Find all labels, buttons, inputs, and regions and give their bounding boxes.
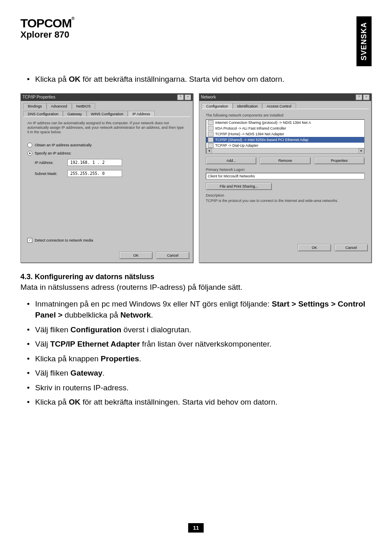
cancel-button[interactable]: Cancel: [156, 252, 189, 259]
instruction-item: Skriv in routerns IP-adress.: [35, 382, 372, 394]
subnet-mask-row: Subnet Mask: 255.255.255. 0: [35, 170, 186, 177]
radio-obtain-auto[interactable]: Obtain an IP address automatically: [27, 143, 186, 148]
tab-bindings[interactable]: Bindings: [23, 103, 47, 109]
subnet-mask-label: Subnet Mask:: [35, 172, 63, 176]
tab-panel: The following network components are ins…: [202, 109, 369, 239]
titlebar: Network ? ×: [199, 94, 371, 101]
tab-netbios[interactable]: NetBIOS: [72, 103, 96, 109]
tab-access-control[interactable]: Access Control: [262, 103, 296, 109]
window-title: TCP/IP Properties: [22, 95, 55, 99]
instruction-item: Klicka på knappen Properties.: [35, 353, 372, 365]
ip-address-label: IP Address:: [35, 161, 63, 165]
titlebar: TCP/IP Properties ? ×: [21, 94, 193, 101]
page-header: TOPCOM® Xplorer 870 SVENSKA: [20, 16, 372, 66]
tab-gateway[interactable]: Gateway: [63, 111, 87, 117]
top-instruction-list: Klicka på OK för att bekräfta inställnin…: [20, 74, 372, 85]
tab-wins-config[interactable]: WINS Configuration: [87, 111, 128, 117]
primary-logon-select[interactable]: Client for Microsoft Networks: [206, 173, 365, 179]
radio-specify-ip[interactable]: Specify an IP address:: [27, 151, 186, 156]
radio-icon: [27, 143, 32, 148]
detect-media-checkbox[interactable]: ✓ Detect connection to network media: [27, 238, 186, 243]
list-item[interactable]: TCP/IP -> Dial-Up Adapter: [206, 143, 364, 148]
ok-button[interactable]: OK: [119, 252, 153, 259]
panel-description: An IP address can be automatically assig…: [27, 121, 186, 135]
screenshots-row: TCP/IP Properties ? × Bindings Advanced …: [20, 93, 372, 263]
instruction-item: Välj fliken Configuration överst i dialo…: [35, 324, 372, 336]
tab-dns-config[interactable]: DNS Configuration: [23, 111, 63, 117]
protocol-icon: [208, 132, 214, 137]
tabs-row-2: DNS Configuration Gateway WINS Configura…: [21, 109, 193, 116]
components-label: The following network components are ins…: [206, 113, 365, 118]
components-listbox[interactable]: Internet Connection Sharing (protocol) -…: [206, 119, 365, 154]
ip-address-input[interactable]: 192.168. 1 . 2: [67, 159, 122, 166]
tab-configuration[interactable]: Configuration: [202, 103, 233, 109]
ok-button[interactable]: OK: [298, 244, 331, 251]
main-instruction-list: Inmatningen på en pc med Windows 9x elle…: [20, 298, 372, 408]
tabs-row-1: Bindings Advanced NetBIOS: [21, 101, 193, 109]
add-button[interactable]: Add...: [206, 157, 256, 164]
product-name: Xplorer 870: [20, 29, 74, 40]
properties-button[interactable]: Properties: [314, 157, 365, 164]
protocol-icon: [208, 126, 214, 131]
brand-logo: TOPCOM®: [20, 16, 74, 30]
close-icon[interactable]: ×: [363, 94, 370, 100]
list-item[interactable]: TCP/IP (Home) -> NDIS 1394 Net Adapter: [206, 131, 364, 137]
description-text: TCP/IP is the protocol you use to connec…: [206, 199, 365, 203]
scroll-right-icon[interactable]: ▸: [359, 148, 364, 154]
tab-ip-address[interactable]: IP Address: [128, 111, 154, 117]
close-icon[interactable]: ×: [185, 94, 191, 100]
protocol-icon: [208, 143, 214, 148]
list-item[interactable]: Internet Connection Sharing (protocol) -…: [206, 120, 364, 125]
horizontal-scrollbar[interactable]: ◂ ▸: [206, 148, 364, 153]
help-icon[interactable]: ?: [356, 94, 362, 100]
window-title: Network: [201, 95, 216, 99]
tcpip-properties-dialog: TCP/IP Properties ? × Bindings Advanced …: [20, 93, 193, 263]
page-number: 11: [188, 523, 204, 533]
dialog-button-row: OK Cancel: [21, 249, 193, 262]
dialog-button-row: OK Cancel: [199, 242, 371, 255]
list-item[interactable]: TCP/IP (Shared) -> Intel 8255x-based PCI…: [206, 137, 364, 143]
language-tab: SVENSKA: [356, 16, 372, 66]
description-label: Description: [206, 193, 365, 198]
protocol-icon: [208, 120, 214, 125]
checkbox-icon: ✓: [27, 238, 32, 243]
instruction-item: Klicka på OK för att bekräfta inställnin…: [35, 74, 372, 85]
instruction-item: Välj fliken Gateway.: [35, 367, 372, 379]
file-print-sharing-button[interactable]: File and Print Sharing...: [206, 183, 272, 190]
help-icon[interactable]: ?: [177, 94, 184, 100]
instruction-item: Välj TCP/IP Ethernet Adapter från listan…: [35, 338, 372, 350]
list-item[interactable]: IrDA Protocol -> ALi Fast Infrared Contr…: [206, 125, 364, 131]
subnet-mask-input[interactable]: 255.255.255. 0: [67, 170, 122, 177]
section-subtext: Mata in nätslussens adress (routerns IP-…: [20, 283, 372, 292]
tab-panel: An IP address can be automatically assig…: [23, 116, 190, 247]
brand-block: TOPCOM® Xplorer 870: [20, 16, 74, 40]
section-heading: 4.3. Konfigurering av datorns nätsluss: [20, 273, 372, 281]
remove-button[interactable]: Remove: [260, 157, 310, 164]
scroll-left-icon[interactable]: ◂: [206, 148, 212, 154]
ip-address-row: IP Address: 192.168. 1 . 2: [35, 159, 186, 166]
instruction-item: Inmatningen på en pc med Windows 9x elle…: [35, 298, 372, 321]
tab-identification[interactable]: Identification: [233, 103, 263, 109]
radio-icon: [27, 151, 32, 156]
component-buttons: Add... Remove Properties: [206, 157, 365, 164]
protocol-icon: [208, 137, 214, 142]
network-tabs: Configuration Identification Access Cont…: [199, 101, 371, 109]
primary-logon-label: Primary Network Logon:: [206, 168, 365, 172]
network-dialog: Network ? × Configuration Identification…: [199, 93, 372, 263]
tab-advanced[interactable]: Advanced: [47, 103, 72, 109]
instruction-item: Klicka på OK för att bekräfta inställnin…: [35, 396, 372, 408]
cancel-button[interactable]: Cancel: [334, 244, 368, 251]
